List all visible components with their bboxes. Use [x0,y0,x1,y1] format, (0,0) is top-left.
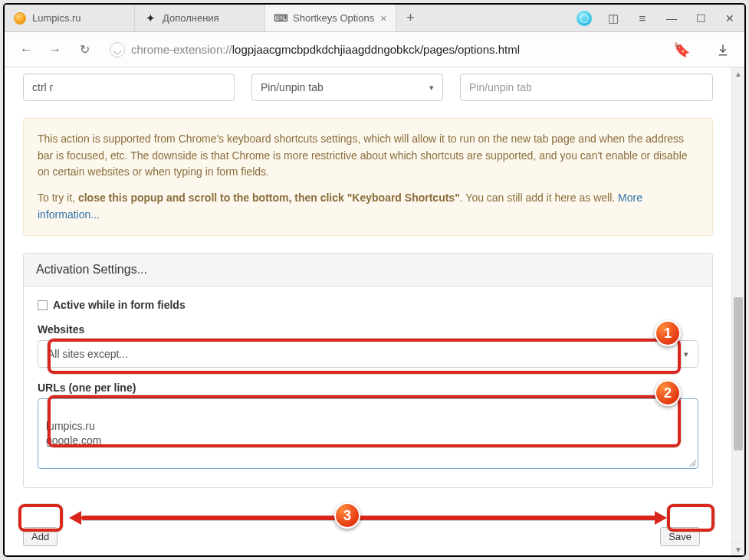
active-in-form-fields-row[interactable]: Active while in form fields [38,299,698,311]
active-in-form-fields-label: Active while in form fields [53,299,186,311]
scroll-down-icon[interactable]: ▼ [732,542,744,555]
minimize-button[interactable]: — [657,5,686,32]
activation-settings-panel: Activation Settings... Active while in f… [23,253,713,488]
tab-label: Дополнения [163,12,219,24]
menu-icon[interactable]: ≡ [628,5,657,32]
page-viewport: ctrl r Pin/unpin tab Pin/unpin tab This … [5,67,744,555]
websites-label: Websites [38,323,698,336]
forward-button[interactable]: → [44,39,66,61]
url-text: chrome-extension://logpjaacgmcbpdkdchjia… [131,43,667,56]
save-button[interactable]: Save [660,527,700,546]
tab-lumpics[interactable]: Lumpics.ru [5,5,135,31]
address-bar[interactable]: ◡ chrome-extension://logpjaacgmcbpdkdchj… [103,37,697,63]
websites-select[interactable]: All sites except... [38,340,698,368]
address-bar-row: ← → ↻ ◡ chrome-extension://logpjaacgmcbp… [5,32,744,67]
shortcut-input-value: ctrl r [32,81,53,93]
tab-label: Lumpics.ru [32,12,81,24]
behavior-select[interactable]: Pin/unpin tab [251,74,443,101]
label-input-placeholder: Pin/unpin tab [469,81,532,93]
panel-title[interactable]: Activation Settings... [24,254,712,287]
reload-button[interactable]: ↻ [74,39,95,61]
behavior-select-value: Pin/unpin tab [261,81,324,93]
extension-indicator-icon[interactable]: ◯ [570,5,599,32]
new-tab-button[interactable]: + [396,5,424,31]
back-button[interactable]: ← [15,39,37,61]
resize-handle-icon[interactable] [688,459,696,467]
maximize-button[interactable]: ☐ [686,5,715,32]
tab-extensions[interactable]: ✦ Дополнения [135,5,265,31]
scroll-up-icon[interactable]: ▲ [732,67,744,80]
keyboard-icon: ⌨ [274,12,287,25]
shortcut-input[interactable]: ctrl r [23,74,235,101]
checkbox-icon[interactable] [38,300,48,310]
puzzle-icon: ✦ [144,12,156,25]
urls-textarea-value: lumpics.ru google.com [46,420,101,447]
alert-paragraph-2: To try it, close this popup and scroll t… [38,190,698,223]
vertical-scrollbar[interactable]: ▲ ▼ [731,67,744,555]
urls-textarea[interactable]: lumpics.ru google.com [38,398,698,469]
footer-buttons: Add Save [23,527,700,546]
site-identity-icon: ◡ [110,42,125,57]
scrollbar-thumb[interactable] [734,297,743,450]
browser-tab-bar: Lumpics.ru ✦ Дополнения ⌨ Shortkeys Opti… [5,5,744,32]
window-controls: ◯ ◫ ≡ — ☐ ✕ [570,5,744,31]
close-window-button[interactable]: ✕ [715,5,744,32]
alert-paragraph-1: This action is supported from Chrome's k… [38,131,698,181]
label-input[interactable]: Pin/unpin tab [460,74,713,101]
downloads-icon[interactable] [712,39,734,61]
bookmark-icon[interactable]: 🔖 [673,41,690,58]
close-tab-icon[interactable]: × [380,12,386,25]
lumpics-favicon-icon [14,12,26,25]
urls-label: URLs (one per line) [38,382,698,394]
tab-shortkeys-options[interactable]: ⌨ Shortkeys Options × [265,5,396,31]
shortcut-config-row: ctrl r Pin/unpin tab Pin/unpin tab [23,74,713,101]
chrome-shortcuts-alert: This action is supported from Chrome's k… [23,118,713,236]
add-button[interactable]: Add [23,527,57,546]
bookmarks-panel-icon[interactable]: ◫ [599,5,628,32]
websites-select-value: All sites except... [48,348,128,360]
tab-label: Shortkeys Options [293,12,374,24]
